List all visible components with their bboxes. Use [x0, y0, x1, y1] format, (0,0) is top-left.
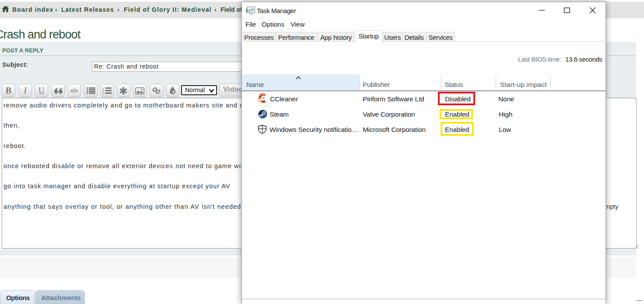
svg-text:3: 3: [102, 93, 104, 95]
